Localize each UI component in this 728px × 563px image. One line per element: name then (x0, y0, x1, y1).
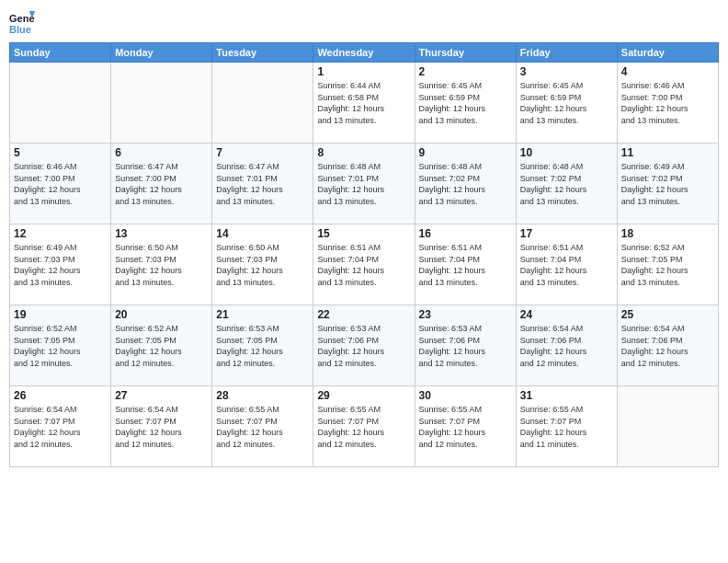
logo: General Blue (9, 9, 35, 35)
day-number: 1 (317, 65, 410, 78)
day-info: Sunrise: 6:48 AM Sunset: 7:02 PM Dayligh… (419, 161, 512, 207)
weekday-header: Wednesday (313, 43, 415, 63)
day-number: 25 (621, 308, 714, 321)
calendar-cell: 11Sunrise: 6:49 AM Sunset: 7:02 PM Dayli… (617, 144, 718, 224)
day-number: 9 (419, 146, 512, 159)
calendar-cell: 14Sunrise: 6:50 AM Sunset: 7:03 PM Dayli… (212, 224, 313, 305)
day-number: 6 (115, 146, 208, 159)
day-number: 2 (419, 65, 512, 78)
calendar-cell: 23Sunrise: 6:53 AM Sunset: 7:06 PM Dayli… (415, 305, 516, 386)
logo-bird-icon: General Blue (9, 9, 35, 35)
weekday-header: Sunday (10, 43, 111, 63)
calendar-cell: 27Sunrise: 6:54 AM Sunset: 7:07 PM Dayli… (111, 386, 212, 467)
calendar-cell: 29Sunrise: 6:55 AM Sunset: 7:07 PM Dayli… (313, 386, 415, 467)
day-info: Sunrise: 6:55 AM Sunset: 7:07 PM Dayligh… (419, 404, 512, 450)
day-number: 12 (14, 227, 107, 240)
day-info: Sunrise: 6:47 AM Sunset: 7:00 PM Dayligh… (115, 161, 208, 207)
day-number: 14 (216, 227, 309, 240)
calendar-cell: 13Sunrise: 6:50 AM Sunset: 7:03 PM Dayli… (111, 224, 212, 305)
day-number: 16 (419, 227, 512, 240)
calendar-cell: 19Sunrise: 6:52 AM Sunset: 7:05 PM Dayli… (10, 305, 111, 386)
day-info: Sunrise: 6:51 AM Sunset: 7:04 PM Dayligh… (520, 242, 613, 288)
day-number: 10 (520, 146, 613, 159)
day-number: 8 (317, 146, 410, 159)
calendar-cell: 6Sunrise: 6:47 AM Sunset: 7:00 PM Daylig… (111, 144, 212, 224)
calendar-cell: 26Sunrise: 6:54 AM Sunset: 7:07 PM Dayli… (10, 386, 111, 467)
weekday-header-row: SundayMondayTuesdayWednesdayThursdayFrid… (10, 43, 719, 63)
day-info: Sunrise: 6:46 AM Sunset: 7:00 PM Dayligh… (14, 161, 107, 207)
day-number: 7 (216, 146, 309, 159)
weekday-header: Monday (111, 43, 212, 63)
day-number: 30 (419, 389, 512, 402)
weekday-header: Friday (516, 43, 617, 63)
day-number: 5 (14, 146, 107, 159)
day-info: Sunrise: 6:51 AM Sunset: 7:04 PM Dayligh… (419, 242, 512, 288)
day-number: 20 (115, 308, 208, 321)
day-number: 27 (115, 389, 208, 402)
day-number: 22 (317, 308, 410, 321)
day-info: Sunrise: 6:46 AM Sunset: 7:00 PM Dayligh… (621, 80, 714, 126)
calendar: SundayMondayTuesdayWednesdayThursdayFrid… (9, 42, 719, 467)
day-info: Sunrise: 6:52 AM Sunset: 7:05 PM Dayligh… (14, 323, 107, 369)
day-info: Sunrise: 6:49 AM Sunset: 7:03 PM Dayligh… (14, 242, 107, 288)
calendar-cell: 22Sunrise: 6:53 AM Sunset: 7:06 PM Dayli… (313, 305, 415, 386)
day-number: 29 (317, 389, 410, 402)
logo-text: General Blue (9, 9, 35, 35)
calendar-cell: 30Sunrise: 6:55 AM Sunset: 7:07 PM Dayli… (415, 386, 516, 467)
calendar-cell: 5Sunrise: 6:46 AM Sunset: 7:00 PM Daylig… (10, 144, 111, 224)
calendar-week-row: 19Sunrise: 6:52 AM Sunset: 7:05 PM Dayli… (10, 305, 719, 386)
day-number: 15 (317, 227, 410, 240)
day-number: 17 (520, 227, 613, 240)
calendar-cell: 8Sunrise: 6:48 AM Sunset: 7:01 PM Daylig… (313, 144, 415, 224)
calendar-cell: 2Sunrise: 6:45 AM Sunset: 6:59 PM Daylig… (415, 63, 516, 144)
day-info: Sunrise: 6:44 AM Sunset: 6:58 PM Dayligh… (317, 80, 410, 126)
day-info: Sunrise: 6:54 AM Sunset: 7:06 PM Dayligh… (520, 323, 613, 369)
calendar-cell: 31Sunrise: 6:55 AM Sunset: 7:07 PM Dayli… (516, 386, 617, 467)
calendar-cell: 17Sunrise: 6:51 AM Sunset: 7:04 PM Dayli… (516, 224, 617, 305)
calendar-cell: 10Sunrise: 6:48 AM Sunset: 7:02 PM Dayli… (516, 144, 617, 224)
day-info: Sunrise: 6:45 AM Sunset: 6:59 PM Dayligh… (520, 80, 613, 126)
day-number: 28 (216, 389, 309, 402)
day-info: Sunrise: 6:51 AM Sunset: 7:04 PM Dayligh… (317, 242, 410, 288)
day-info: Sunrise: 6:55 AM Sunset: 7:07 PM Dayligh… (216, 404, 309, 450)
calendar-cell: 16Sunrise: 6:51 AM Sunset: 7:04 PM Dayli… (415, 224, 516, 305)
day-info: Sunrise: 6:45 AM Sunset: 6:59 PM Dayligh… (419, 80, 512, 126)
calendar-cell: 7Sunrise: 6:47 AM Sunset: 7:01 PM Daylig… (212, 144, 313, 224)
day-info: Sunrise: 6:47 AM Sunset: 7:01 PM Dayligh… (216, 161, 309, 207)
day-info: Sunrise: 6:53 AM Sunset: 7:05 PM Dayligh… (216, 323, 309, 369)
day-number: 31 (520, 389, 613, 402)
header: General Blue (9, 9, 719, 35)
calendar-week-row: 12Sunrise: 6:49 AM Sunset: 7:03 PM Dayli… (10, 224, 719, 305)
day-number: 13 (115, 227, 208, 240)
weekday-header: Saturday (617, 43, 718, 63)
day-info: Sunrise: 6:52 AM Sunset: 7:05 PM Dayligh… (115, 323, 208, 369)
calendar-cell (212, 63, 313, 144)
calendar-cell: 24Sunrise: 6:54 AM Sunset: 7:06 PM Dayli… (516, 305, 617, 386)
day-info: Sunrise: 6:52 AM Sunset: 7:05 PM Dayligh… (621, 242, 714, 288)
day-info: Sunrise: 6:54 AM Sunset: 7:06 PM Dayligh… (621, 323, 714, 369)
day-number: 23 (419, 308, 512, 321)
calendar-cell: 3Sunrise: 6:45 AM Sunset: 6:59 PM Daylig… (516, 63, 617, 144)
day-info: Sunrise: 6:55 AM Sunset: 7:07 PM Dayligh… (520, 404, 613, 450)
calendar-week-row: 5Sunrise: 6:46 AM Sunset: 7:00 PM Daylig… (10, 144, 719, 224)
day-number: 24 (520, 308, 613, 321)
day-number: 4 (621, 65, 714, 78)
calendar-cell: 4Sunrise: 6:46 AM Sunset: 7:00 PM Daylig… (617, 63, 718, 144)
day-info: Sunrise: 6:48 AM Sunset: 7:01 PM Dayligh… (317, 161, 410, 207)
calendar-cell (617, 386, 718, 467)
day-info: Sunrise: 6:49 AM Sunset: 7:02 PM Dayligh… (621, 161, 714, 207)
day-number: 21 (216, 308, 309, 321)
day-info: Sunrise: 6:50 AM Sunset: 7:03 PM Dayligh… (216, 242, 309, 288)
weekday-header: Tuesday (212, 43, 313, 63)
day-info: Sunrise: 6:54 AM Sunset: 7:07 PM Dayligh… (115, 404, 208, 450)
calendar-cell: 28Sunrise: 6:55 AM Sunset: 7:07 PM Dayli… (212, 386, 313, 467)
calendar-cell: 21Sunrise: 6:53 AM Sunset: 7:05 PM Dayli… (212, 305, 313, 386)
calendar-week-row: 26Sunrise: 6:54 AM Sunset: 7:07 PM Dayli… (10, 386, 719, 467)
calendar-cell (111, 63, 212, 144)
day-number: 3 (520, 65, 613, 78)
calendar-cell: 20Sunrise: 6:52 AM Sunset: 7:05 PM Dayli… (111, 305, 212, 386)
calendar-week-row: 1Sunrise: 6:44 AM Sunset: 6:58 PM Daylig… (10, 63, 719, 144)
calendar-cell: 1Sunrise: 6:44 AM Sunset: 6:58 PM Daylig… (313, 63, 415, 144)
day-info: Sunrise: 6:53 AM Sunset: 7:06 PM Dayligh… (317, 323, 410, 369)
page: General Blue SundayMondayTuesdayWednesda… (0, 0, 728, 563)
